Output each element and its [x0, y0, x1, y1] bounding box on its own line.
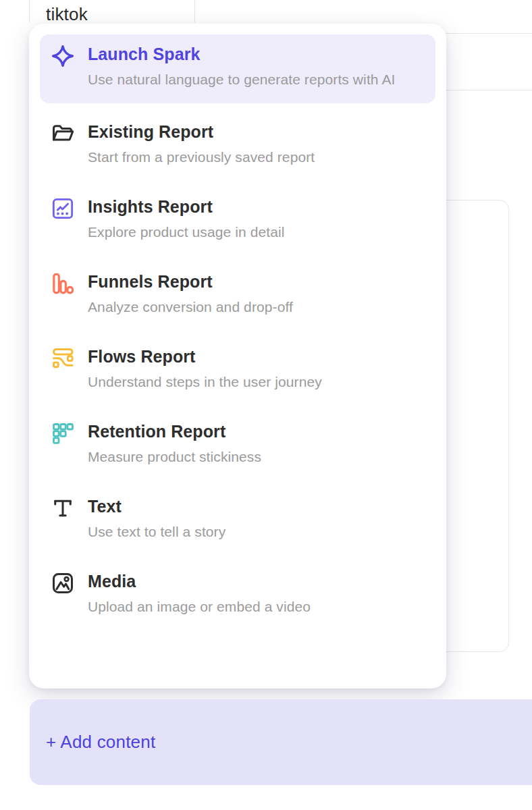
menu-item-description: Measure product stickiness [88, 446, 425, 468]
menu-item-title: Existing Report [88, 122, 425, 142]
menu-item-title: Retention Report [88, 421, 425, 442]
menu-item-text: Insights Report Explore product usage in… [88, 196, 425, 243]
menu-item-title: Insights Report [88, 196, 425, 217]
insights-chart-icon [51, 196, 75, 221]
screen: tiktok Launch Spark Use natural language… [0, 0, 532, 810]
menu-item-text: Launch Spark Use natural language to gen… [88, 44, 425, 90]
menu-item-title: Media [88, 571, 425, 592]
flows-icon [51, 346, 75, 371]
background-cell-label: tiktok [46, 4, 88, 25]
menu-item-text: Retention Report Measure product stickin… [88, 421, 425, 468]
menu-item-description: Analyze conversion and drop-off [88, 296, 425, 318]
menu-item-launch-spark[interactable]: Launch Spark Use natural language to gen… [40, 34, 435, 103]
menu-item-funnels-report[interactable]: Funnels Report Analyze conversion and dr… [40, 262, 435, 328]
menu-item-retention-report[interactable]: Retention Report Measure product stickin… [40, 412, 435, 478]
menu-item-flows-report[interactable]: Flows Report Understand steps in the use… [40, 337, 435, 403]
add-content-menu: Launch Spark Use natural language to gen… [29, 24, 446, 688]
spark-icon [51, 44, 75, 68]
menu-item-text: Media Upload an image or embed a video [88, 571, 425, 618]
menu-item-title: Flows Report [88, 346, 425, 367]
menu-item-title: Launch Spark [88, 44, 425, 65]
menu-item-title: Funnels Report [88, 271, 425, 292]
menu-item-description: Explore product usage in detail [88, 221, 425, 243]
menu-item-media[interactable]: Media Upload an image or embed a video [40, 562, 435, 628]
menu-item-text: Text Use text to tell a story [88, 496, 425, 543]
menu-item-text: Funnels Report Analyze conversion and dr… [88, 271, 425, 318]
menu-item-text: Flows Report Understand steps in the use… [88, 346, 425, 393]
background-table-divider [194, 0, 195, 22]
folder-icon [51, 122, 75, 146]
menu-item-text-block[interactable]: Text Use text to tell a story [40, 487, 435, 553]
menu-item-text: Existing Report Start from a previously … [88, 122, 425, 168]
retention-grid-icon [51, 421, 75, 446]
menu-item-description: Use natural language to generate reports… [88, 69, 425, 90]
add-content-label: + Add content [46, 732, 155, 753]
funnel-bars-icon [51, 271, 75, 296]
add-content-button[interactable]: + Add content [30, 699, 532, 785]
background-table-divider [29, 0, 30, 22]
menu-item-insights-report[interactable]: Insights Report Explore product usage in… [40, 187, 435, 253]
menu-item-title: Text [88, 496, 425, 517]
media-image-icon [51, 571, 75, 595]
menu-item-description: Upload an image or embed a video [88, 596, 425, 618]
menu-item-description: Use text to tell a story [88, 521, 425, 543]
menu-item-description: Understand steps in the user journey [88, 371, 425, 393]
menu-item-description: Start from a previously saved report [88, 146, 425, 168]
menu-item-existing-report[interactable]: Existing Report Start from a previously … [40, 112, 435, 178]
text-icon [51, 496, 75, 520]
